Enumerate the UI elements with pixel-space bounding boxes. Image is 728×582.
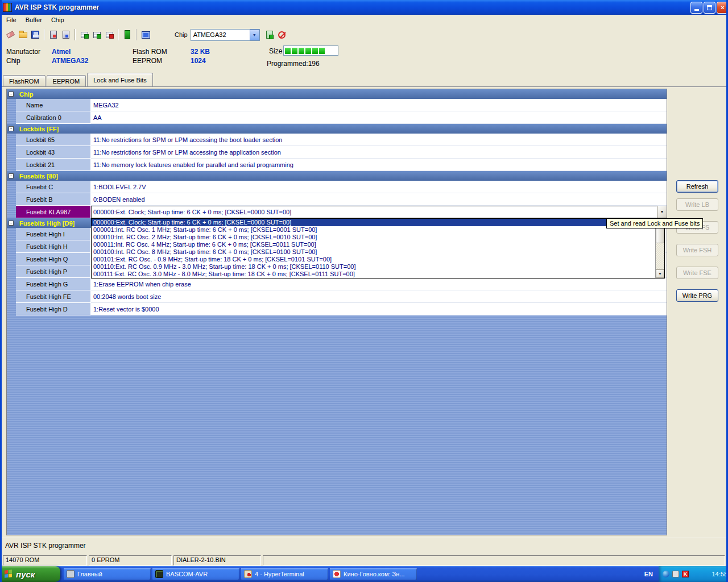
dropdown-item[interactable]: 000101:Ext. RC Osc. - 0.9 MHz; Start-up …: [92, 256, 655, 263]
row-value-fusebit-high-d[interactable]: 1:Reset vector is $0000: [91, 303, 667, 315]
start-button[interactable]: пуск: [0, 566, 60, 582]
task-label: Главный: [77, 571, 102, 577]
tray-keyboard-icon[interactable]: [672, 571, 679, 577]
row-label-lockbit-43: Lockbit 43: [16, 146, 91, 159]
collapse-icon[interactable]: -: [9, 92, 14, 97]
tray-messenger-icon[interactable]: [663, 571, 669, 577]
fusebit-kla987-combobox[interactable]: 000000:Ext. Clock; Start-up time: 6 CK +…: [91, 206, 667, 218]
close-button[interactable]: ×: [717, 2, 728, 14]
section-header-chip: - Chip: [7, 89, 667, 99]
row-value-lockbit-43[interactable]: 11:No restrictions for SPM or LPM access…: [91, 146, 667, 159]
tooltip: Set and read Lock and Fuse bits: [606, 218, 703, 228]
table-row: Calibration 0 AA: [7, 111, 667, 124]
tray-antivirus-icon[interactable]: [682, 571, 689, 577]
device-info-panel: Manufactor Chip Atmel ATMEGA32 Flash ROM…: [2, 44, 726, 73]
write-lb-button[interactable]: Write LB: [676, 198, 718, 211]
system-tray: 14:58: [659, 566, 728, 582]
collapse-icon[interactable]: -: [9, 126, 14, 131]
compare-buffers-icon[interactable]: [140, 29, 151, 40]
dropdown-item[interactable]: 000011:Int. RC Osc. 4 MHz; Start-up time…: [92, 241, 655, 248]
table-row: Lockbit 65 11:No restrictions for SPM or…: [7, 134, 667, 146]
table-row: Fusebit KLA987 000000:Ext. Clock; Start-…: [7, 206, 667, 218]
row-value-lockbit-65[interactable]: 11:No restrictions for SPM or LPM access…: [91, 134, 667, 146]
dropdown-item[interactable]: 000010:Int. RC Osc. 2 MHz; Start-up time…: [92, 234, 655, 241]
scrollbar-thumb[interactable]: [656, 227, 664, 243]
combobox-dropdown-button[interactable]: ▼: [657, 206, 667, 218]
save-file-icon[interactable]: [30, 29, 41, 40]
section-title: Chip: [19, 91, 33, 98]
dropdown-item[interactable]: 000100:Int. RC Osc. 8 MHz; Start-up time…: [92, 248, 655, 256]
menu-bar: File Buffer Chip: [2, 15, 726, 25]
collapse-icon[interactable]: -: [9, 173, 14, 178]
row-value-calibration[interactable]: AA: [91, 111, 667, 124]
row-label-lockbit-65: Lockbit 65: [16, 134, 91, 146]
menu-file[interactable]: File: [2, 15, 21, 24]
flashrom-label: Flash ROM: [133, 48, 167, 56]
dropdown-item[interactable]: 000000:Ext. Clock; Start-up time: 6 CK +…: [92, 219, 655, 226]
row-value-lockbit-21[interactable]: 11:No memory lock features enabled for p…: [91, 159, 667, 171]
row-label-fusebit-kla987: Fusebit KLA987: [16, 206, 91, 218]
manufactor-label: Manufactor: [6, 48, 40, 56]
toolbar-separator: [44, 29, 45, 40]
scroll-down-icon[interactable]: ▼: [656, 269, 664, 278]
table-row: Name MEGA32: [7, 99, 667, 111]
minimize-button[interactable]: [690, 2, 702, 14]
auto-program-icon[interactable]: [122, 29, 133, 40]
table-row: Lockbit 43 11:No restrictions for SPM or…: [7, 146, 667, 159]
write-fsh-button[interactable]: Write FSH: [676, 244, 718, 256]
write-eeprom-icon[interactable]: [60, 29, 72, 40]
collapse-icon[interactable]: -: [9, 221, 14, 226]
hyperterminal-icon: [244, 570, 252, 578]
refresh-button[interactable]: Refresh: [676, 180, 718, 193]
table-row: Lockbit 21 11:No memory lock features en…: [7, 159, 667, 171]
table-row: Fusebit High G 1:Erase EEPROM when chip …: [7, 278, 667, 290]
verify-buffer-icon[interactable]: [104, 29, 115, 40]
section-title: Lockbits [FF]: [19, 126, 59, 132]
table-row: Fusebit C 1:BODLEVEL 2.7V: [7, 181, 667, 193]
tab-flashrom[interactable]: FlashROM: [3, 75, 46, 86]
app-icon: [3, 3, 12, 12]
menu-buffer[interactable]: Buffer: [21, 15, 47, 24]
tab-lock-and-fuse-bits[interactable]: Lock and Fuse Bits: [87, 73, 153, 86]
taskbar-task-browser[interactable]: Кино-Говно.ком: Зн...: [330, 568, 417, 580]
dropdown-item[interactable]: 000001:Int. RC Osc. 1 MHz; Start-up time…: [92, 226, 655, 234]
bascom-icon: [155, 570, 163, 578]
taskbar-clock[interactable]: 14:58: [712, 571, 727, 577]
row-value-fusebit-high-fe[interactable]: 00:2048 words boot size: [91, 290, 667, 303]
taskbar-task-hyperterminal[interactable]: 4 - HyperTerminal: [241, 568, 328, 580]
row-label-fusebit-high-p: Fusebit High P: [16, 265, 91, 278]
chevron-down-icon[interactable]: ▼: [250, 30, 259, 40]
maximize-button[interactable]: [704, 2, 715, 14]
write-prg-button[interactable]: Write PRG: [676, 289, 718, 302]
menu-chip[interactable]: Chip: [47, 15, 69, 24]
row-value-name[interactable]: MEGA32: [91, 99, 667, 111]
language-indicator[interactable]: EN: [639, 571, 659, 577]
combobox-value: 000000:Ext. Clock; Start-up time: 6 CK +…: [93, 209, 291, 215]
chip-select[interactable]: ATMEGA32 ▼: [191, 29, 260, 41]
read-eeprom-icon[interactable]: [91, 29, 102, 40]
section-header-fusebits: - Fusebits [80]: [7, 171, 667, 181]
check-signature-icon[interactable]: [264, 29, 275, 40]
write-flash-icon[interactable]: [48, 29, 59, 40]
taskbar-task-glavny[interactable]: Главный: [64, 568, 151, 580]
cancel-icon[interactable]: [276, 29, 288, 40]
row-value-fusebit-b[interactable]: 0:BODEN enabled: [91, 193, 667, 206]
dropdown-item[interactable]: 000110:Ext. RC Osc. 0.9 MHz - 3.0 MHz; S…: [92, 263, 655, 271]
close-icon: ×: [721, 4, 724, 11]
tab-eeprom[interactable]: EEPROM: [47, 75, 86, 86]
taskbar-task-bascom-avr[interactable]: BASCOM-AVR: [152, 568, 239, 580]
row-value-fusebit-high-g[interactable]: 1:Erase EEPROM when chip erase: [91, 278, 667, 290]
write-fse-button[interactable]: Write FSE: [676, 267, 718, 279]
table-row: Fusebit High FE 00:2048 words boot size: [7, 290, 667, 303]
read-flash-icon[interactable]: [78, 29, 90, 40]
row-label-name: Name: [16, 99, 91, 111]
toolbar-separator: [136, 29, 137, 40]
application-window: AVR ISP STK programmer × File Buffer Chi…: [0, 0, 728, 582]
row-value-fusebit-c[interactable]: 1:BODLEVEL 2.7V: [91, 181, 667, 193]
erase-buffer-icon[interactable]: [5, 29, 16, 40]
toolbar-separator: [118, 29, 119, 40]
status-cell-empty: [263, 555, 725, 566]
row-label-fusebit-high-i: Fusebit High I: [16, 228, 91, 240]
open-file-icon[interactable]: [17, 29, 28, 40]
dropdown-item[interactable]: 000111:Ext. RC Osc. 3.0 MHz - 8.0 MHz; S…: [92, 271, 655, 278]
